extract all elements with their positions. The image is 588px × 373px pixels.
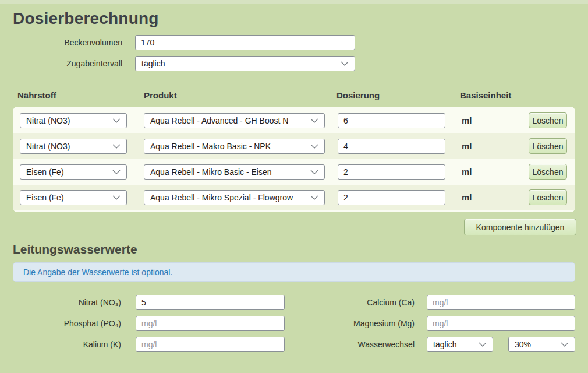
page-title: Dosierberechnung [13,9,159,28]
product-select[interactable]: Aqua Rebell - Makro Basic - NPK [144,139,325,154]
nutrient-select[interactable]: Eisen (Fe) [20,190,127,205]
delete-button[interactable]: Löschen [529,138,567,154]
unit-label: ml [462,159,472,185]
info-message: Die Angabe der Wasserwerte ist optional. [23,268,172,277]
zugabeintervall-value: täglich [141,59,165,68]
chevron-down-icon [310,170,318,174]
add-component-button[interactable]: Komponente hinzufügen [464,219,576,235]
product-select[interactable]: Aqua Rebell - Mikro Spezial - Flowgrow [144,190,325,205]
water-section-title: Leitungswasserwerte [13,242,137,256]
chevron-down-icon [310,118,318,123]
dosage-input[interactable] [338,113,445,128]
dosage-input[interactable] [338,139,445,154]
info-box: Die Angabe der Wasserwerte ist optional. [13,262,575,282]
beckenvolumen-input[interactable] [135,35,355,50]
chevron-down-icon [341,61,349,66]
nitrat-label: Nitrat (NO₃) [0,295,121,310]
nitrat-input[interactable] [136,295,285,310]
wasserwechsel-percent-value: 30% [515,340,531,349]
kalium-input[interactable] [136,337,285,352]
table-row: Nitrat (NO3) Aqua Rebell - Makro Basic -… [13,133,575,159]
unit-label: ml [462,185,472,210]
header-base-unit: Basiseinheit [460,90,511,100]
zugabeintervall-label: Zugabeintervall [0,56,122,71]
table-row: Eisen (Fe) Aqua Rebell - Mikro Spezial -… [13,185,575,210]
nutrient-select[interactable]: Nitrat (NO3) [20,113,127,128]
delete-button[interactable]: Löschen [529,112,567,128]
nutrient-select[interactable]: Nitrat (NO3) [20,139,127,154]
header-dosage: Dosierung [336,90,380,100]
product-value: Aqua Rebell - Advanced - GH Boost N [150,116,288,125]
header-product: Produkt [144,90,177,100]
chevron-down-icon [310,195,318,200]
chevron-down-icon [561,342,569,347]
chevron-down-icon [112,118,121,123]
nutrient-select[interactable]: Eisen (Fe) [20,164,127,180]
calcium-input[interactable] [427,295,575,310]
dosing-table: Nitrat (NO3) Aqua Rebell - Advanced - GH… [13,107,575,212]
product-select[interactable]: Aqua Rebell - Advanced - GH Boost N [144,113,325,128]
product-value: Aqua Rebell - Makro Basic - NPK [150,142,271,151]
nutrient-value: Nitrat (NO3) [26,142,70,151]
table-row: Eisen (Fe) Aqua Rebell - Mikro Basic - E… [13,159,575,185]
wasserwechsel-interval-value: täglich [433,340,456,349]
zugabeintervall-select[interactable]: täglich [135,56,355,71]
table-row: Nitrat (NO3) Aqua Rebell - Advanced - GH… [13,108,575,133]
delete-button[interactable]: Löschen [529,189,567,205]
magnesium-input[interactable] [427,316,575,331]
kalium-label: Kalium (K) [0,337,121,352]
phosphat-input[interactable] [136,316,285,331]
chevron-down-icon [112,170,121,174]
product-value: Aqua Rebell - Mikro Spezial - Flowgrow [150,193,293,202]
nutrient-value: Eisen (Fe) [26,167,64,177]
dosage-input[interactable] [338,190,445,205]
nutrient-value: Eisen (Fe) [26,193,64,202]
beckenvolumen-label: Beckenvolumen [0,35,122,50]
chevron-down-icon [479,342,487,347]
header-nutrient: Nährstoff [17,90,56,100]
product-select[interactable]: Aqua Rebell - Mikro Basic - Eisen [144,164,325,180]
chevron-down-icon [112,144,121,149]
wasserwechsel-percent-select[interactable]: 30% [508,337,575,352]
unit-label: ml [462,133,472,159]
product-value: Aqua Rebell - Mikro Basic - Eisen [150,167,272,177]
chevron-down-icon [310,144,318,149]
dosage-input[interactable] [338,164,445,180]
unit-label: ml [462,108,472,133]
phosphat-label: Phosphat (PO₄) [0,316,121,331]
nutrient-value: Nitrat (NO3) [26,116,70,125]
chevron-down-icon [112,195,121,200]
delete-button[interactable]: Löschen [529,164,567,180]
top-strip [0,0,588,4]
wasserwechsel-interval-select[interactable]: täglich [427,337,493,352]
